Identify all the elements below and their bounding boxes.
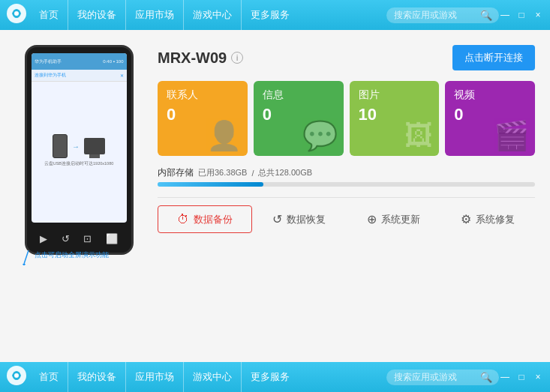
stat-contacts-icon: 👤 xyxy=(206,119,242,152)
device-info-icon[interactable]: i xyxy=(231,52,243,64)
search-input-top[interactable] xyxy=(394,10,480,20)
storage-total: 总共128.00GB xyxy=(258,167,312,178)
search-icon-top: 🔍 xyxy=(480,10,492,21)
top-nav: 首页 我的设备 应用市场 游戏中心 更多服务 xyxy=(30,0,380,30)
update-icon: ⊕ xyxy=(367,212,377,226)
stat-cards: 联系人 0 👤 信息 0 💬 图片 10 🖼 视频 0 🎬 xyxy=(158,81,535,156)
stat-photos-label: 图片 xyxy=(359,88,431,102)
search-icon-bottom: 🔍 xyxy=(480,372,492,383)
nav-more[interactable]: 更多服务 xyxy=(242,0,299,30)
storage-section: 内部存储 已用36.38GB / 总共128.00GB xyxy=(158,166,535,187)
phone-device: 华为手机助手 0:40 ▪ 100 连接到华为手机 ✕ → xyxy=(25,45,134,255)
hint-text: 点击可启动全屏演示功能 xyxy=(35,250,109,260)
hint-arrow-icon xyxy=(23,250,32,265)
maximize-button-bottom[interactable]: □ xyxy=(515,372,527,382)
maximize-button[interactable]: □ xyxy=(515,10,527,20)
tab-update[interactable]: ⊕ 系统更新 xyxy=(347,205,441,233)
phone-status: 连接到华为手机 ✕ xyxy=(32,70,127,82)
storage-separator: / xyxy=(251,169,254,178)
minimize-button-bottom[interactable]: — xyxy=(499,372,511,382)
storage-label: 内部存储 xyxy=(158,166,194,179)
storage-bar-bg xyxy=(158,182,535,187)
stat-card-videos[interactable]: 视频 0 🎬 xyxy=(445,81,535,156)
bottom-navbar: 首页 我的设备 应用市场 游戏中心 更多服务 🔍 — □ × xyxy=(0,362,550,392)
phone-content-area: → 云盘USB连接启动时可达1920x1080 xyxy=(32,82,127,223)
stat-card-contacts[interactable]: 联系人 0 👤 xyxy=(158,81,248,156)
tab-backup[interactable]: ⏱ 数据备份 xyxy=(158,205,252,233)
window-controls: — □ × xyxy=(499,10,544,20)
storage-used: 已用36.38GB xyxy=(198,167,247,178)
svg-marker-3 xyxy=(23,264,26,265)
tab-repair[interactable]: ⚙ 系统修复 xyxy=(440,205,535,233)
stat-messages-icon: 💬 xyxy=(302,119,338,152)
search-input-bottom[interactable] xyxy=(394,372,480,382)
monitor-icon xyxy=(84,138,105,154)
phone-screen: 华为手机助手 0:40 ▪ 100 连接到华为手机 ✕ → xyxy=(32,53,127,223)
bottom-nav-gamecenter[interactable]: 游戏中心 xyxy=(184,362,242,392)
svg-point-1 xyxy=(14,11,19,16)
stat-photos-icon: 🖼 xyxy=(404,120,433,152)
tab-backup-label: 数据备份 xyxy=(194,213,233,226)
stat-videos-icon: 🎬 xyxy=(494,119,529,152)
phone-play-icon[interactable]: ▶ xyxy=(40,233,47,244)
device-header: MRX-W09 i 点击断开连接 xyxy=(158,45,535,70)
phone-back-icon[interactable]: ⬜ xyxy=(106,233,118,244)
search-box-bottom[interactable]: 🔍 xyxy=(386,370,499,385)
phone-refresh-icon[interactable]: ↺ xyxy=(62,233,70,244)
tab-restore-label: 数据恢复 xyxy=(287,213,326,226)
restore-icon: ↺ xyxy=(272,212,282,226)
storage-bar-fill xyxy=(158,182,263,187)
phone-instruction-text: 云盘USB连接启动时可达1920x1080 xyxy=(41,158,117,170)
svg-line-2 xyxy=(24,250,29,264)
logo-bottom xyxy=(6,365,27,389)
search-box-top[interactable]: 🔍 xyxy=(386,7,499,23)
close-button-bottom[interactable]: × xyxy=(532,372,544,382)
close-button[interactable]: × xyxy=(532,10,544,20)
phone-header: 华为手机助手 0:40 ▪ 100 xyxy=(32,53,127,70)
arrow-icon: → xyxy=(72,142,80,151)
repair-icon: ⚙ xyxy=(461,212,471,226)
logo xyxy=(6,3,27,27)
svg-point-5 xyxy=(14,373,19,378)
nav-devices[interactable]: 我的设备 xyxy=(68,0,126,30)
minimize-button[interactable]: — xyxy=(499,10,511,20)
tab-repair-label: 系统修复 xyxy=(476,213,515,226)
stat-card-photos[interactable]: 图片 10 🖼 xyxy=(350,81,440,156)
disconnect-button[interactable]: 点击断开连接 xyxy=(452,45,535,70)
device-panel: MRX-W09 i 点击断开连接 联系人 0 👤 信息 0 💬 图片 10 🖼 xyxy=(158,45,535,347)
stat-videos-label: 视频 xyxy=(454,88,526,102)
tab-restore[interactable]: ↺ 数据恢复 xyxy=(252,205,347,233)
phone-screenshot-icon[interactable]: ⊡ xyxy=(83,233,92,244)
tab-update-label: 系统更新 xyxy=(381,213,420,226)
device-name: MRX-W09 i xyxy=(158,49,243,67)
backup-icon: ⏱ xyxy=(177,213,189,226)
bottom-nav: 首页 我的设备 应用市场 游戏中心 更多服务 xyxy=(30,362,380,392)
top-navbar: 首页 我的设备 应用市场 游戏中心 更多服务 🔍 — □ × xyxy=(0,0,550,30)
stat-card-messages[interactable]: 信息 0 💬 xyxy=(254,81,344,156)
main-content: 华为手机助手 0:40 ▪ 100 连接到华为手机 ✕ → xyxy=(0,30,550,362)
phone-bottom-bar: ▶ ↺ ⊡ ⬜ xyxy=(27,224,131,253)
nav-gamecenter[interactable]: 游戏中心 xyxy=(184,0,242,30)
stat-contacts-label: 联系人 xyxy=(167,88,239,102)
bottom-nav-appstore[interactable]: 应用市场 xyxy=(126,362,184,392)
bottom-nav-home[interactable]: 首页 xyxy=(30,362,68,392)
phone-panel: 华为手机助手 0:40 ▪ 100 连接到华为手机 ✕ → xyxy=(15,45,143,347)
stat-messages-label: 信息 xyxy=(263,88,335,102)
phone-mini-icon xyxy=(53,134,68,158)
nav-home[interactable]: 首页 xyxy=(30,0,68,30)
bottom-nav-more[interactable]: 更多服务 xyxy=(242,362,299,392)
nav-appstore[interactable]: 应用市场 xyxy=(126,0,184,30)
window-controls-bottom: — □ × xyxy=(499,372,544,382)
action-tabs: ⏱ 数据备份 ↺ 数据恢复 ⊕ 系统更新 ⚙ 系统修复 xyxy=(158,197,535,233)
bottom-nav-devices[interactable]: 我的设备 xyxy=(68,362,126,392)
